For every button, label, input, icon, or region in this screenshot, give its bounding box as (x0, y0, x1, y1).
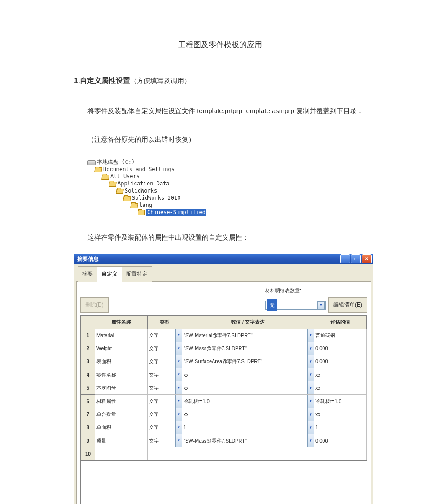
tab-summary[interactable]: 摘要 (78, 266, 97, 282)
paragraph: 这样在零件及装配体的属性中出现设置的自定义属性： (74, 229, 366, 245)
prop-type-cell[interactable]: 文字▼ (148, 434, 182, 447)
tab-custom[interactable]: 自定义 (97, 266, 122, 282)
chevron-down-icon[interactable]: ▼ (175, 408, 182, 421)
prop-expr-cell[interactable]: xx▼ (182, 381, 314, 394)
table-row[interactable]: 6材料属性文字▼冷轧板t=1.0▼冷轧板t=1.0 (81, 394, 367, 408)
tree-item[interactable]: All Users (87, 173, 366, 180)
chevron-down-icon: ▼ (317, 301, 325, 309)
chevron-down-icon[interactable]: ▼ (175, 421, 182, 434)
tree-item-label: 本地磁盘 (C:) (97, 158, 135, 166)
minimize-button[interactable]: ─ (340, 254, 350, 263)
table-row[interactable]: 5本次图号文字▼xx▼xx (81, 381, 367, 394)
chevron-down-icon[interactable]: ▼ (307, 381, 314, 394)
table-row[interactable]: 10 (81, 447, 367, 460)
tree-item-label: Chinese-Simplified (146, 209, 206, 216)
prop-type-cell[interactable]: 文字▼ (148, 342, 182, 355)
prop-expr-cell[interactable]: "SW-Mass@零件7.SLDPRT"▼ (182, 434, 314, 447)
prop-expr-cell[interactable]: "SW-Material@零件7.SLDPRT"▼ (182, 329, 314, 342)
row-number: 5 (81, 381, 95, 394)
tree-item[interactable]: SolidWorks 2010 (87, 194, 366, 202)
edit-list-button[interactable]: 编辑清单(E) (328, 297, 367, 313)
column-header[interactable]: 属性名称 (95, 316, 148, 329)
chevron-down-icon[interactable]: ▼ (175, 329, 182, 342)
prop-expr-cell[interactable] (182, 447, 314, 460)
table-row[interactable]: 7单台数量文字▼xx▼xx (81, 408, 367, 421)
prop-name-cell[interactable]: 零件名称 (95, 368, 148, 381)
tree-item-label: Application Data (118, 180, 170, 187)
table-row[interactable]: 4零件名称文字▼xx▼xx (81, 368, 367, 381)
chevron-down-icon[interactable]: ▼ (307, 421, 314, 434)
chevron-down-icon[interactable]: ▼ (175, 368, 182, 381)
prop-name-cell[interactable] (95, 447, 148, 460)
row-number: 10 (81, 447, 95, 460)
table-row[interactable]: 1Material文字▼"SW-Material@零件7.SLDPRT"▼普通碳… (81, 329, 367, 342)
table-row[interactable]: 3表面积文字▼"SW-SurfaceArea@零件7.SLDPRT"▼0.000 (81, 355, 367, 368)
column-header[interactable] (81, 316, 95, 329)
prop-expr-cell[interactable]: xx▼ (182, 368, 314, 381)
chevron-down-icon[interactable]: ▼ (175, 355, 182, 368)
tree-item[interactable]: 本地磁盘 (C:) (87, 158, 366, 166)
prop-name-cell[interactable]: 单面积 (95, 421, 148, 434)
chevron-down-icon[interactable]: ▼ (307, 408, 314, 421)
folder-icon (109, 182, 117, 187)
chevron-down-icon[interactable]: ▼ (307, 342, 314, 355)
section-heading-bold: 1.自定义属性设置 (74, 77, 130, 84)
prop-expr-cell[interactable]: xx▼ (182, 408, 314, 421)
chevron-down-icon[interactable]: ▼ (307, 434, 314, 447)
chevron-down-icon[interactable]: ▼ (175, 434, 182, 447)
maximize-button[interactable]: □ (351, 254, 361, 263)
tab-config[interactable]: 配置特定 (122, 266, 152, 282)
chevron-down-icon[interactable]: ▼ (307, 355, 314, 368)
tree-item[interactable]: SolidWorks (87, 187, 366, 194)
prop-name-cell[interactable]: 单台数量 (95, 408, 148, 421)
column-header[interactable]: 类型 (148, 316, 182, 329)
column-header[interactable]: 评估的值 (314, 316, 367, 329)
material-qty-select[interactable]: -无- ▼ (265, 301, 326, 310)
prop-value-cell: xx (314, 381, 367, 394)
window-title: 摘要信息 (77, 253, 99, 266)
prop-expr-cell[interactable]: 1▼ (182, 421, 314, 434)
property-table[interactable]: 属性名称类型数值 / 文字表达评估的值1Material文字▼"SW-Mater… (80, 315, 367, 461)
prop-type-cell[interactable]: 文字▼ (148, 421, 182, 434)
row-number: 7 (81, 408, 95, 421)
tree-item[interactable]: lang (87, 202, 366, 209)
prop-type-cell[interactable] (148, 447, 182, 460)
tree-item-label: All Users (110, 173, 140, 180)
chevron-down-icon[interactable]: ▼ (307, 368, 314, 381)
prop-expr-cell[interactable]: "SW-SurfaceArea@零件7.SLDPRT"▼ (182, 355, 314, 368)
tree-item[interactable]: Application Data (87, 180, 366, 187)
prop-type-cell[interactable]: 文字▼ (148, 394, 182, 408)
column-header[interactable]: 数值 / 文字表达 (182, 316, 314, 329)
folder-tree: 本地磁盘 (C:)Documents and SettingsAll Users… (87, 158, 366, 216)
row-number: 3 (81, 355, 95, 368)
prop-name-cell[interactable]: 质量 (95, 434, 148, 447)
titlebar[interactable]: 摘要信息 ─ □ ✕ (74, 254, 373, 264)
tree-item[interactable]: Documents and Settings (87, 166, 366, 173)
prop-name-cell[interactable]: 材料属性 (95, 394, 148, 408)
chevron-down-icon[interactable]: ▼ (175, 395, 182, 408)
prop-name-cell[interactable]: 本次图号 (95, 381, 148, 394)
prop-value-cell: 冷轧板t=1.0 (314, 394, 367, 408)
prop-type-cell[interactable]: 文字▼ (148, 408, 182, 421)
prop-type-cell[interactable]: 文字▼ (148, 355, 182, 368)
table-row[interactable]: 8单面积文字▼1▼1 (81, 421, 367, 434)
tree-item[interactable]: Chinese-Simplified (87, 209, 366, 216)
prop-name-cell[interactable]: Weight (95, 342, 148, 355)
prop-type-cell[interactable]: 文字▼ (148, 381, 182, 394)
prop-name-cell[interactable]: 表面积 (95, 355, 148, 368)
prop-expr-cell[interactable]: 冷轧板t=1.0▼ (182, 394, 314, 408)
delete-button[interactable]: 删除(D) (80, 297, 109, 313)
prop-type-cell[interactable]: 文字▼ (148, 329, 182, 342)
close-button[interactable]: ✕ (362, 254, 372, 263)
tree-item-label: Documents and Settings (103, 166, 175, 173)
chevron-down-icon[interactable]: ▼ (307, 395, 314, 408)
prop-expr-cell[interactable]: "SW-Mass@零件7.SLDPRT"▼ (182, 342, 314, 355)
prop-value-cell: 0.000 (314, 342, 367, 355)
table-row[interactable]: 9质量文字▼"SW-Mass@零件7.SLDPRT"▼0.000 (81, 434, 367, 447)
chevron-down-icon[interactable]: ▼ (175, 342, 182, 355)
prop-name-cell[interactable]: Material (95, 329, 148, 342)
prop-type-cell[interactable]: 文字▼ (148, 368, 182, 381)
table-row[interactable]: 2Weight文字▼"SW-Mass@零件7.SLDPRT"▼0.000 (81, 342, 367, 355)
chevron-down-icon[interactable]: ▼ (175, 381, 182, 394)
chevron-down-icon[interactable]: ▼ (307, 329, 314, 342)
